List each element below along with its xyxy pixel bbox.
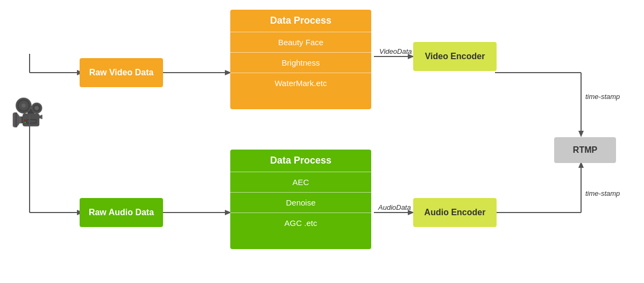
raw-video-data-label: Raw Video Data <box>89 68 154 77</box>
rtmp-box: RTMP <box>554 137 616 163</box>
video-data-arrow-label: VideoData <box>379 47 412 55</box>
raw-audio-data-box: Raw Audio Data <box>80 198 163 227</box>
rtmp-label: RTMP <box>573 145 597 155</box>
audio-encoder-label: Audio Encoder <box>424 208 486 217</box>
audio-process-item-3: AGC .etc <box>230 213 371 233</box>
video-process-item-3: WaterMark.etc <box>230 73 371 93</box>
audio-process-title: Data Process <box>230 150 371 172</box>
raw-audio-data-label: Raw Audio Data <box>89 208 154 217</box>
video-process-item-2: Brightness <box>230 52 371 73</box>
audio-data-arrow-label: AudioData <box>378 203 411 211</box>
video-process-item-1: Beauty Face <box>230 32 371 52</box>
video-data-process-box: Data Process Beauty Face Brightness Wate… <box>230 10 371 109</box>
audio-process-item-1: AEC <box>230 172 371 192</box>
audio-encoder-box: Audio Encoder <box>413 198 497 227</box>
audio-process-item-2: Denoise <box>230 192 371 213</box>
video-timestamp-label: time-stamp <box>585 93 620 101</box>
audio-timestamp-label: time-stamp <box>585 189 620 197</box>
audio-data-process-box: Data Process AEC Denoise AGC .etc <box>230 150 371 249</box>
video-encoder-box: Video Encoder <box>413 42 497 71</box>
raw-video-data-box: Raw Video Data <box>80 58 163 87</box>
diagram: 🎥 Raw Vid <box>0 0 644 283</box>
video-encoder-label: Video Encoder <box>425 52 485 61</box>
video-process-title: Data Process <box>230 10 371 32</box>
svg-marker-9 <box>578 131 584 137</box>
camera-icon: 🎥 <box>11 97 44 128</box>
